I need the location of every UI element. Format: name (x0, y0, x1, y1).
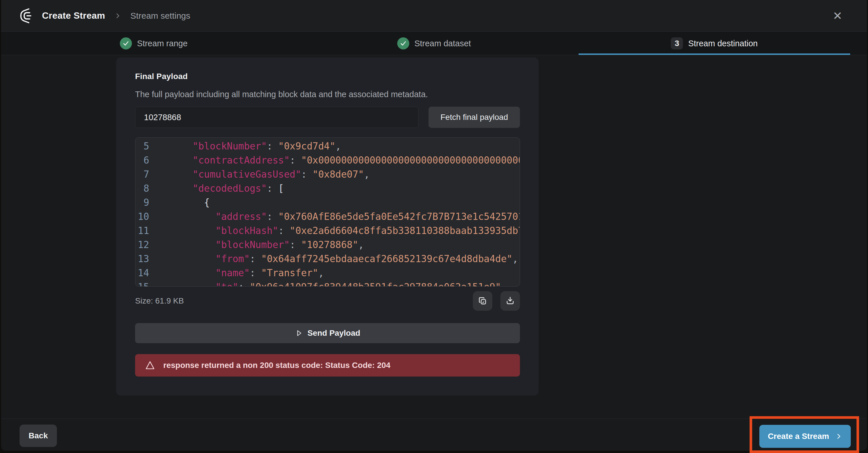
error-message: response returned a non 200 status code:… (163, 361, 390, 370)
step-label: Stream dataset (414, 39, 471, 48)
error-banner: response returned a non 200 status code:… (135, 354, 520, 376)
code-block[interactable]: 5 "blockNumber": "0x9cd7d4",6 "contractA… (135, 138, 520, 286)
code-line: 10 "address": "0x760AfE86e5de5fa0Ee542fc… (135, 210, 520, 223)
step-stream-destination[interactable]: 3 Stream destination (579, 32, 850, 55)
play-icon (295, 329, 303, 337)
create-stream-modal: Create Stream Stream settings ✕ Stream r… (1, 0, 867, 451)
create-stream-button[interactable]: Create a Stream (760, 425, 851, 448)
code-line: 5 "blockNumber": "0x9cd7d4", (135, 139, 520, 153)
step-number-badge: 3 (671, 37, 683, 50)
check-icon (120, 37, 132, 50)
block-number-input[interactable] (135, 107, 418, 128)
code-line: 11 "blockHash": "0xe2a6d6604c8ffa5b33811… (135, 223, 520, 238)
modal-title: Create Stream (42, 10, 105, 21)
code-line: 9 { (135, 195, 520, 210)
chevron-right-icon (835, 432, 842, 440)
code-line: 13 "from": "0x64aff7245ebdaaecaf26685213… (135, 252, 520, 266)
check-icon (397, 37, 409, 50)
send-payload-label: Send Payload (308, 329, 361, 338)
fetch-row: Fetch final payload (135, 107, 520, 128)
code-line: 6 "contractAddress": "0x0000000000000000… (135, 153, 520, 167)
payload-size-label: Size: 61.9 KB (135, 296, 184, 306)
stepper: Stream range Stream dataset 3 Stream des… (1, 32, 867, 55)
copy-button[interactable] (473, 291, 492, 311)
breadcrumb-chevron-icon (114, 12, 122, 20)
code-line: 7 "cumulativeGasUsed": "0x8de07", (135, 167, 520, 181)
download-button[interactable] (500, 291, 520, 311)
close-icon[interactable]: ✕ (831, 9, 844, 23)
code-line: 8 "decodedLogs": [ (135, 181, 520, 195)
fetch-final-payload-button[interactable]: Fetch final payload (429, 107, 520, 128)
app-logo-icon (19, 7, 36, 24)
code-line: 14 "name": "Transfer", (135, 266, 520, 280)
final-payload-card: Final Payload The full payload including… (116, 58, 538, 395)
back-button[interactable]: Back (20, 425, 57, 447)
copy-icon (478, 296, 488, 306)
code-line: 15 "to": "0x96a41097fc839448b2591fac2978… (135, 280, 520, 286)
section-description: The full payload including all matching … (135, 90, 520, 99)
breadcrumb-current: Stream settings (130, 11, 190, 21)
send-payload-button[interactable]: Send Payload (135, 323, 520, 343)
step-stream-range[interactable]: Stream range (18, 32, 289, 55)
step-stream-dataset[interactable]: Stream dataset (298, 32, 570, 55)
topbar: Create Stream Stream settings ✕ (1, 0, 867, 32)
footer: Back Create a Stream (1, 419, 867, 451)
step-label: Stream destination (688, 39, 757, 48)
warning-triangle-icon (145, 360, 155, 370)
code-line: 12 "blockNumber": "10278868", (135, 238, 520, 252)
step-label: Stream range (137, 39, 188, 48)
size-row: Size: 61.9 KB (135, 291, 520, 311)
section-title: Final Payload (135, 72, 520, 81)
create-stream-label: Create a Stream (768, 432, 829, 441)
download-icon (505, 296, 515, 306)
